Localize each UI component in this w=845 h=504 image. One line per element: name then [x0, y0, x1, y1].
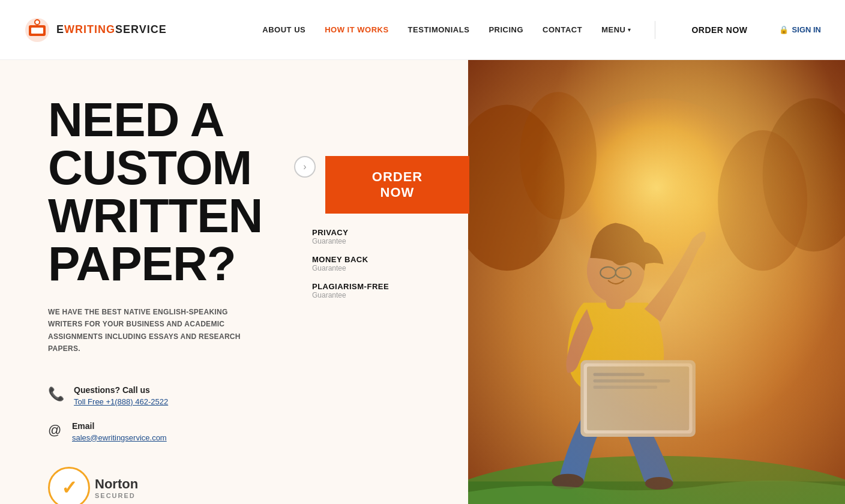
guarantee-title: PLAGIARISM-FREE: [312, 282, 389, 291]
svg-point-4: [35, 20, 39, 24]
email-row: @ Email sales@ewritingservice.com: [48, 421, 432, 443]
phone-icon: 📞: [48, 386, 64, 402]
nav-about[interactable]: ABOUT US: [262, 25, 305, 34]
contact-section: 📞 Questions? Call us Toll Free +1(888) 4…: [48, 385, 432, 443]
guarantee-subtitle: Guarantee: [312, 237, 389, 245]
guarantee-title: PRIVACY: [312, 228, 389, 237]
guarantee-title: MONEY BACK: [312, 255, 389, 264]
logo-text: EWRITINGSERVICE: [56, 23, 167, 36]
cta-row: › ORDER NOW: [276, 156, 469, 214]
main-nav: ABOUT US HOW IT WORKS TESTIMONIALS PRICI…: [262, 21, 821, 39]
nav-contact[interactable]: CONTACT: [543, 25, 582, 34]
phone-link[interactable]: Toll Free +1(888) 462-2522: [74, 397, 168, 406]
questions-label: Questions? Call us: [74, 385, 168, 395]
guarantee-item: PLAGIARISM-FREE Guarantee: [312, 282, 389, 299]
order-now-main-button[interactable]: ORDER NOW: [325, 156, 469, 214]
norton-text: Norton SECURED: [95, 476, 138, 499]
nav-pricing[interactable]: PRICING: [489, 25, 523, 34]
phone-info: Questions? Call us Toll Free +1(888) 462…: [74, 385, 168, 407]
lock-icon: 🔒: [779, 25, 789, 34]
guarantee-item: PRIVACY Guarantee: [312, 228, 389, 245]
headline-line1: NEED A CUSTOM: [48, 93, 251, 194]
norton-secured: SECURED: [95, 492, 138, 499]
nav-divider: [655, 21, 655, 39]
nav-testimonials[interactable]: TESTIMONIALS: [408, 25, 470, 34]
guarantees-list: PRIVACY Guarantee MONEY BACK Guarantee P…: [312, 228, 389, 299]
chevron-right-icon: ›: [303, 161, 306, 172]
header: EWRITINGSERVICE ABOUT US HOW IT WORKS TE…: [0, 0, 845, 60]
email-link[interactable]: sales@ewritingservice.com: [72, 433, 167, 442]
guarantee-item: MONEY BACK Guarantee: [312, 255, 389, 272]
order-panel: › ORDER NOW PRIVACY Guarantee MONEY BACK…: [276, 156, 469, 299]
nav-menu[interactable]: MENU ▾: [601, 25, 631, 34]
order-now-header-button[interactable]: ORDER NOW: [679, 25, 759, 35]
guarantee-subtitle: Guarantee: [312, 264, 389, 272]
headline-line2: WRITTEN PAPER?: [48, 189, 262, 290]
arrow-button[interactable]: ›: [294, 156, 316, 178]
logo[interactable]: EWRITINGSERVICE: [24, 17, 167, 43]
nav-menu-label: MENU: [601, 25, 625, 34]
logo-icon: [24, 17, 50, 43]
email-label: Email: [72, 421, 167, 431]
email-info: Email sales@ewritingservice.com: [72, 421, 167, 443]
phone-row: 📞 Questions? Call us Toll Free +1(888) 4…: [48, 385, 432, 407]
nav-how-it-works[interactable]: HOW IT WORKS: [325, 25, 388, 34]
hero-image-section: [468, 60, 845, 504]
main-content: NEED A CUSTOM WRITTEN PAPER? WE HAVE THE…: [0, 60, 845, 504]
hero-image: [468, 60, 845, 504]
hero-overlay: [468, 60, 845, 504]
email-icon: @: [48, 422, 62, 438]
hero-subtext: WE HAVE THE BEST NATIVE ENGLISH-SPEAKING…: [48, 306, 252, 355]
norton-badge: ✓ Norton SECURED: [48, 467, 432, 504]
sign-in-area[interactable]: 🔒 SIGN IN: [779, 25, 821, 34]
norton-circle: ✓: [48, 467, 90, 504]
norton-checkmark-icon: ✓: [61, 476, 77, 499]
sign-in-label: SIGN IN: [792, 25, 821, 34]
norton-name: Norton: [95, 476, 138, 492]
svg-rect-2: [31, 28, 43, 34]
chevron-down-icon: ▾: [628, 26, 631, 33]
guarantee-subtitle: Guarantee: [312, 291, 389, 299]
